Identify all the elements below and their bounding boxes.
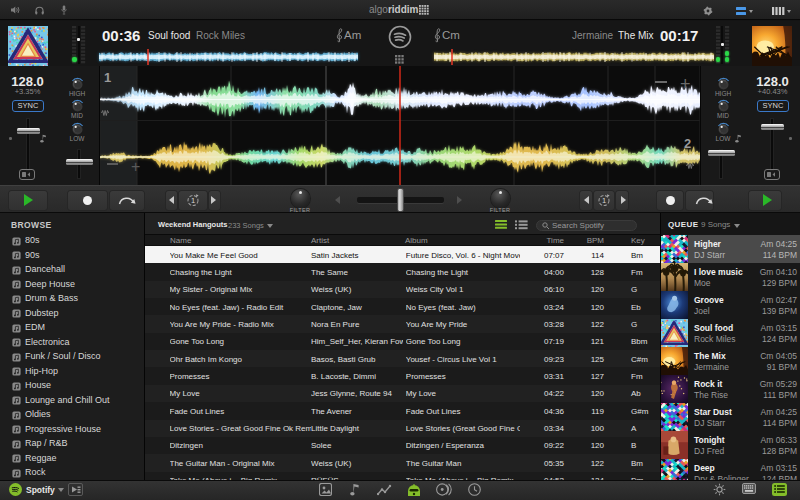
svg-text:1: 1: [191, 196, 195, 205]
svg-text:1: 1: [602, 196, 606, 205]
